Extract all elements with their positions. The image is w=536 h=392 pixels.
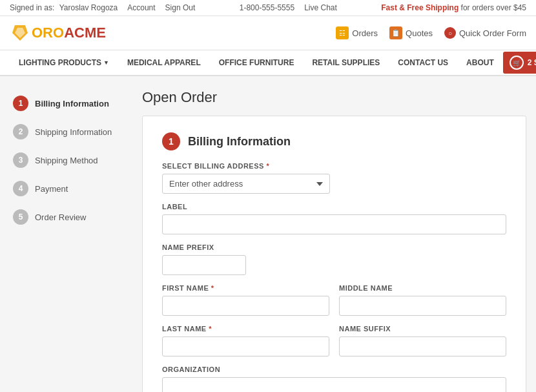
promo-highlight: Fast & Free Shipping [381,3,459,12]
billing-address-label: SELECT BILLING ADDRESS * [162,162,506,170]
first-name-label: First name * [162,284,329,292]
orders-button[interactable]: ☷ Orders [336,26,378,39]
shopping-list-button[interactable]: 🛒 2 Shopping Lists ▼ [503,52,536,74]
sidebar: 1 Billing Information 2 Shipping Informa… [10,89,129,392]
top-bar: Signed in as: Yaroslav Rogoza Account Si… [0,0,536,16]
label-input[interactable] [162,214,506,234]
nav-retail-supplies[interactable]: RETAIL SUPPLIES [303,50,389,75]
page-title: Open Order [142,89,526,106]
shopping-list-label: 2 Shopping Lists [528,58,536,67]
nav-medical-apparel[interactable]: MEDICAL APPAREL [118,50,210,75]
top-bar-promo: Fast & Free Shipping for orders over $45 [381,3,526,12]
nav-about[interactable]: ABOUT [457,50,503,75]
middle-name-group: Middle name [339,284,506,316]
last-name-required: * [209,325,212,333]
label-field-label: Label [162,203,506,211]
billing-form-card: 1 Billing Information SELECT BILLING ADD… [142,116,526,392]
sidebar-shipping-method-label: Shipping Method [35,156,98,165]
logo-text: OROACME [32,25,106,41]
required-indicator: * [266,162,269,170]
step-3-circle: 3 [13,152,28,168]
organization-label: Organization [162,366,506,373]
name-prefix-group: Name prefix [162,243,506,275]
name-suffix-input[interactable] [339,336,506,356]
first-name-group: First name * [162,284,329,316]
chevron-down-icon: ▼ [103,59,109,66]
last-name-group: Last name * [162,325,329,356]
main-content: Open Order 1 Billing Information SELECT … [142,89,526,392]
quotes-button[interactable]: 📋 Quotes [389,26,433,39]
nav-contact-us[interactable]: CONTACT US [389,50,457,75]
name-suffix-group: Name suffix [339,325,506,356]
sidebar-item-billing[interactable]: 1 Billing Information [10,89,129,118]
sidebar-item-payment[interactable]: 4 Payment [10,174,129,203]
page-content: 1 Billing Information 2 Shipping Informa… [0,76,536,392]
logo-acme: ACME [64,25,106,41]
live-chat-link[interactable]: Live Chat [304,3,337,12]
middle-name-label: Middle name [339,284,506,292]
name-prefix-label: Name prefix [162,243,506,251]
quick-order-label: Quick Order Form [459,28,526,38]
signed-in-label: Signed in as: Yaroslav Rogoza [10,3,118,12]
step-2-circle: 2 [13,124,28,139]
label-group: Label [162,203,506,234]
sidebar-shipping-info-label: Shipping Information [35,127,112,137]
last-name-label: Last name * [162,325,329,333]
last-name-input[interactable] [162,336,329,356]
orders-icon: ☷ [336,26,349,39]
phone-number: 1-800-555-5555 [240,3,294,12]
sidebar-billing-label: Billing Information [35,99,109,108]
top-bar-left: Signed in as: Yaroslav Rogoza Account Si… [10,3,195,12]
header: OROACME ☷ Orders 📋 Quotes ○ Quick Order … [0,16,536,50]
billing-section-number: 1 [162,132,180,150]
billing-address-group: SELECT BILLING ADDRESS * Enter other add… [162,162,506,194]
nav-office-furniture[interactable]: OFFICE FURNITURE [210,50,304,75]
logo-icon [10,23,30,43]
step-1-circle: 1 [13,96,28,111]
quick-order-button[interactable]: ○ Quick Order Form [444,27,526,39]
name-prefix-input[interactable] [162,255,246,275]
quick-order-icon: ○ [444,27,456,39]
organization-group: Organization [162,366,506,392]
account-link[interactable]: Account [127,3,155,12]
first-name-required: * [211,284,214,292]
nav-bar: LIGHTING PRODUCTS ▼ MEDICAL APPAREL OFFI… [0,50,536,76]
nav-lighting-products[interactable]: LIGHTING PRODUCTS ▼ [10,50,118,75]
step-5-circle: 5 [13,209,28,225]
logo[interactable]: OROACME [10,23,106,43]
organization-input[interactable] [162,377,506,392]
name-suffix-label: Name suffix [339,325,506,333]
signout-link[interactable]: Sign Out [165,3,196,12]
billing-address-select[interactable]: Enter other address [162,174,330,194]
logo-oro: ORO [32,25,64,41]
sidebar-item-order-review[interactable]: 5 Order Review [10,203,129,231]
step-4-circle: 4 [13,181,28,196]
header-actions: ☷ Orders 📋 Quotes ○ Quick Order Form [336,26,526,39]
orders-label: Orders [352,28,378,38]
last-name-row: Last name * Name suffix [162,325,506,356]
first-name-input[interactable] [162,296,329,316]
promo-suffix: for orders over $45 [461,3,526,12]
quotes-label: Quotes [406,28,433,38]
name-row: First name * Middle name [162,284,506,316]
top-bar-center: 1-800-555-5555 Live Chat [240,3,337,12]
middle-name-input[interactable] [339,296,506,316]
quotes-icon: 📋 [389,26,402,39]
cart-icon: 🛒 [510,56,524,70]
billing-section-title: Billing Information [188,135,291,149]
sidebar-item-shipping-info[interactable]: 2 Shipping Information [10,118,129,146]
sidebar-payment-label: Payment [35,184,68,194]
billing-section-header: 1 Billing Information [162,132,506,150]
sidebar-order-review-label: Order Review [35,212,86,222]
sidebar-item-shipping-method[interactable]: 3 Shipping Method [10,146,129,174]
